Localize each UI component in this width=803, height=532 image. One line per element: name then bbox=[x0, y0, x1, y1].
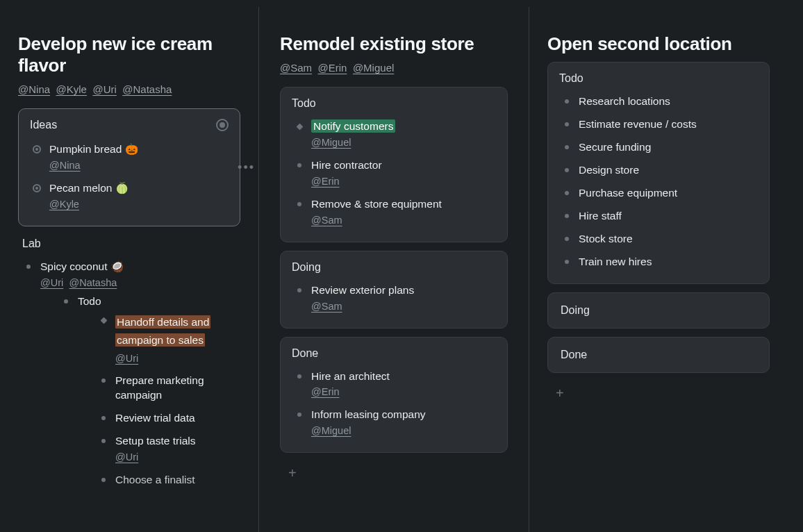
list-item[interactable]: Secure funding bbox=[559, 136, 758, 159]
mention[interactable]: @Natasha bbox=[122, 83, 172, 95]
dot-bullet-icon bbox=[565, 260, 569, 264]
diamond-bullet-icon bbox=[101, 317, 108, 324]
list-item[interactable]: Purchase equipment bbox=[559, 182, 758, 205]
mention[interactable]: @Miguel bbox=[311, 137, 351, 148]
list-item[interactable]: Remove & store equipment @Sam bbox=[292, 193, 496, 232]
dot-bullet-icon bbox=[297, 288, 301, 292]
card-title: Doing bbox=[292, 261, 496, 274]
mention[interactable]: @Miguel bbox=[311, 425, 351, 436]
dot-bullet-icon bbox=[565, 99, 569, 103]
mention[interactable]: @Sam bbox=[280, 62, 312, 74]
list-item[interactable]: Review trial data bbox=[96, 407, 239, 430]
column-title: Open second location bbox=[547, 33, 770, 55]
section-title: Lab bbox=[21, 238, 239, 250]
item-text: Inform leasing company bbox=[311, 408, 426, 420]
card-ideas[interactable]: Ideas Pumpkin bread 🎃 @Nina Pecan melon … bbox=[18, 108, 240, 226]
card-title: Todo bbox=[559, 72, 758, 85]
item-text: Review trial data bbox=[115, 412, 195, 424]
radio-bullet-icon[interactable] bbox=[33, 145, 41, 153]
column-remodel-store: Remodel existing store @Sam @Erin @Migue… bbox=[258, 7, 529, 532]
card-lab: Lab Spicy coconut 🥥 @Uri @Natasha Todo bbox=[18, 238, 240, 500]
dot-bullet-icon bbox=[297, 374, 301, 379]
dot-bullet-icon bbox=[101, 416, 106, 420]
mention[interactable]: @Erin bbox=[311, 176, 340, 187]
column-second-location: Open second location Todo Research locat… bbox=[529, 7, 788, 532]
mention[interactable]: @Natasha bbox=[69, 277, 117, 288]
item-text: Pecan melon 🍈 bbox=[49, 182, 129, 194]
mention[interactable]: @Sam bbox=[311, 301, 342, 312]
list-item[interactable]: Hire an architect @Erin bbox=[292, 365, 496, 404]
list-item[interactable]: Design store bbox=[559, 159, 758, 182]
add-card-button[interactable]: + bbox=[547, 381, 572, 406]
list-item[interactable]: Research locations bbox=[559, 90, 758, 113]
list-item[interactable]: Choose a finalist bbox=[96, 469, 239, 492]
list-item[interactable]: Inform leasing company @Miguel bbox=[292, 404, 496, 442]
item-text: Remove & store equipment bbox=[311, 198, 442, 210]
list-item[interactable]: Hire staff bbox=[559, 205, 758, 228]
list-item[interactable]: Pumpkin bread 🎃 @Nina bbox=[30, 138, 229, 177]
list-item[interactable]: Estimate revenue / costs bbox=[559, 113, 758, 136]
item-text: Handoff details and campaign to sales bbox=[115, 315, 210, 347]
list-item[interactable]: Setup taste trials @Uri bbox=[96, 430, 239, 469]
card-doing[interactable]: Doing Review exterior plans @Sam bbox=[280, 251, 508, 329]
card-title: Done bbox=[561, 349, 756, 361]
item-text: Purchase equipment bbox=[579, 187, 677, 199]
list-item[interactable]: Train new hires bbox=[559, 251, 758, 274]
diamond-bullet-icon bbox=[297, 124, 304, 131]
list-item[interactable]: Prepare marketing campaign bbox=[96, 369, 239, 407]
card-todo[interactable]: Todo Notify customers @Miguel Hire contr… bbox=[280, 87, 508, 242]
item-text: Spicy coconut 🥥 bbox=[40, 260, 124, 272]
dot-bullet-icon bbox=[297, 202, 301, 206]
dot-bullet-icon bbox=[297, 413, 301, 417]
card-doing[interactable]: Doing bbox=[547, 292, 770, 329]
sub-section-title: Todo Handoff details and campaign to sal… bbox=[58, 290, 239, 496]
list-item[interactable]: Stock store bbox=[559, 228, 758, 251]
item-text: Estimate revenue / costs bbox=[579, 118, 697, 130]
card-done[interactable]: Done bbox=[547, 337, 770, 373]
card-todo[interactable]: Todo Research locations Estimate revenue… bbox=[547, 62, 770, 283]
list-item[interactable]: Hire contractor @Erin bbox=[292, 154, 496, 193]
mention[interactable]: @Miguel bbox=[353, 62, 394, 74]
mention[interactable]: @Uri bbox=[92, 83, 116, 95]
list-item[interactable]: Handoff details and campaign to sales @U… bbox=[96, 309, 239, 370]
mention[interactable]: @Uri bbox=[115, 353, 138, 364]
mention[interactable]: @Erin bbox=[311, 386, 340, 397]
dot-bullet-icon bbox=[101, 379, 106, 383]
mention[interactable]: @Nina bbox=[18, 83, 50, 95]
list-item[interactable]: Review exterior plans @Sam bbox=[292, 279, 496, 318]
dot-bullet-icon bbox=[101, 478, 106, 482]
item-text: Review exterior plans bbox=[311, 284, 414, 296]
card-done[interactable]: Done Hire an architect @Erin Inform leas… bbox=[280, 337, 508, 454]
card-title: Doing bbox=[561, 304, 756, 317]
mention[interactable]: @Kyle bbox=[49, 199, 79, 210]
mention[interactable]: @Nina bbox=[49, 160, 81, 171]
status-radio-icon[interactable] bbox=[216, 119, 229, 131]
list-item[interactable]: Spicy coconut 🥥 @Uri @Natasha Todo bbox=[21, 256, 239, 500]
column-title: Develop new ice cream flavor bbox=[18, 33, 240, 76]
column-develop-flavor: Develop new ice cream flavor @Nina @Kyle… bbox=[0, 7, 258, 532]
mention[interactable]: @Uri bbox=[40, 277, 63, 288]
item-text: Pumpkin bread 🎃 bbox=[49, 143, 138, 155]
dot-bullet-icon bbox=[565, 168, 569, 172]
column-assignees: @Sam @Erin @Miguel bbox=[280, 62, 508, 74]
dot-bullet-icon bbox=[101, 439, 106, 443]
mention[interactable]: @Sam bbox=[311, 215, 342, 226]
item-text: Notify customers bbox=[311, 119, 395, 133]
radio-bullet-icon[interactable] bbox=[33, 184, 41, 192]
card-title: Done bbox=[292, 347, 496, 360]
dot-bullet-icon bbox=[565, 191, 569, 195]
dot-bullet-icon bbox=[565, 214, 569, 218]
list-item[interactable]: Notify customers @Miguel bbox=[292, 115, 496, 154]
card-title: Ideas bbox=[30, 119, 57, 131]
more-options-icon[interactable]: ••• bbox=[238, 160, 255, 175]
subsection-label: Todo bbox=[78, 295, 101, 307]
item-text: Hire contractor bbox=[311, 159, 382, 171]
add-card-button[interactable]: + bbox=[280, 461, 305, 485]
mention[interactable]: @Kyle bbox=[56, 83, 87, 95]
card-title: Todo bbox=[292, 97, 496, 110]
dot-bullet-icon bbox=[565, 237, 569, 241]
list-item[interactable]: Pecan melon 🍈 @Kyle bbox=[30, 177, 229, 216]
mention[interactable]: @Erin bbox=[318, 62, 347, 74]
item-text: Research locations bbox=[579, 95, 670, 107]
mention[interactable]: @Uri bbox=[115, 451, 138, 463]
